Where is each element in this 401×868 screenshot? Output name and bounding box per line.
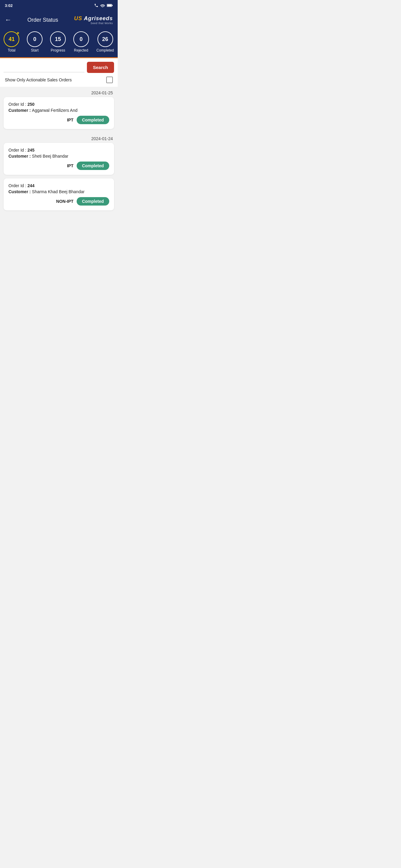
logo-name: Agriseeds: [84, 16, 113, 22]
order-type-250: IPT: [67, 118, 74, 122]
status-badge-245: Completed: [77, 161, 109, 170]
page-title: Order Status: [27, 17, 58, 23]
stat-total-label: Total: [8, 48, 16, 53]
logo: US Agriseeds Seed that Works: [74, 16, 113, 25]
order-card-244[interactable]: Order Id : 244 Customer : Sharma Khad Be…: [4, 179, 114, 210]
phone-icon: [94, 3, 98, 7]
order-type-245: IPT: [67, 163, 74, 168]
customer-245: Customer : Sheti Beej Bhandar: [8, 154, 109, 158]
svg-rect-1: [112, 5, 113, 6]
stat-completed-count: 26: [102, 36, 108, 42]
logo-tagline: Seed that Works: [90, 22, 113, 25]
stat-start-count: 0: [33, 36, 36, 42]
stat-rejected-circle: 0: [73, 31, 89, 47]
customer-244: Customer : Sharma Khad Beej Bhandar: [8, 189, 109, 194]
customer-250: Customer : Aggarwal Fertilizers And: [8, 108, 109, 113]
customer-label-244: Customer :: [8, 189, 32, 194]
logo-us: US: [74, 16, 82, 22]
battery-icon: [107, 4, 113, 7]
stat-progress[interactable]: 15 Progress: [50, 31, 66, 53]
stat-start[interactable]: 0 Start: [27, 31, 42, 53]
customer-label-245: Customer :: [8, 154, 32, 158]
order-id-244: Order Id : 244: [8, 183, 109, 188]
app-header: ← Order Status US Agriseeds Seed that Wo…: [0, 11, 118, 29]
orders-list: 2024-01-25 Order Id : 250 Customer : Agg…: [0, 87, 118, 210]
stat-completed-label: Completed: [96, 48, 114, 53]
order-type-244: NON-IPT: [56, 199, 74, 204]
logo-text: US Agriseeds: [74, 16, 113, 22]
stat-start-circle: 0: [27, 31, 42, 47]
stat-rejected[interactable]: 0 Rejected: [73, 31, 89, 53]
status-badge-244: Completed: [77, 197, 109, 206]
order-id-250: Order Id : 250: [8, 102, 109, 107]
customer-label: Customer :: [8, 108, 32, 113]
stat-progress-count: 15: [55, 36, 61, 42]
stat-start-label: Start: [31, 48, 39, 53]
stat-completed[interactable]: 26 Completed: [96, 31, 114, 53]
status-time: 3:02: [5, 3, 13, 8]
search-input[interactable]: [4, 62, 85, 72]
stat-total-circle: 41: [4, 31, 19, 47]
actionable-checkbox[interactable]: [106, 76, 113, 83]
status-badge-250: Completed: [77, 116, 109, 124]
search-row: Search: [4, 62, 114, 73]
stat-total[interactable]: 41 Total: [4, 31, 19, 53]
svg-rect-2: [107, 4, 111, 6]
order-card-250[interactable]: Order Id : 250 Customer : Aggarwal Ferti…: [4, 97, 114, 129]
search-section: Search Show Only Actionable Sales Orders: [0, 58, 118, 87]
filter-row: Show Only Actionable Sales Orders: [4, 73, 114, 87]
stat-completed-circle: 26: [97, 31, 113, 47]
date-header-2: 2024-01-24: [4, 133, 114, 143]
stat-total-count: 41: [8, 36, 15, 42]
stat-progress-circle: 15: [50, 31, 66, 47]
stat-rejected-count: 0: [80, 36, 83, 42]
order-id-value-250: 250: [27, 102, 34, 107]
status-icons: [94, 3, 113, 7]
order-footer-244: NON-IPT Completed: [8, 197, 109, 206]
status-bar: 3:02: [0, 0, 118, 11]
order-footer-250: IPT Completed: [8, 116, 109, 124]
filter-label: Show Only Actionable Sales Orders: [5, 78, 72, 82]
stat-rejected-label: Rejected: [74, 48, 88, 53]
order-footer-245: IPT Completed: [8, 161, 109, 170]
order-card-245[interactable]: Order Id : 245 Customer : Sheti Beej Bha…: [4, 143, 114, 175]
back-button[interactable]: ←: [5, 16, 11, 24]
stats-bar: 41 Total 0 Start 15 Progress 0 Rejected …: [0, 29, 118, 57]
order-id-value-244: 244: [27, 183, 34, 188]
order-id-value-245: 245: [27, 148, 34, 153]
wifi-icon: [100, 4, 105, 7]
date-header-1: 2024-01-25: [4, 87, 114, 97]
order-id-245: Order Id : 245: [8, 148, 109, 153]
search-button[interactable]: Search: [87, 62, 114, 73]
stat-progress-label: Progress: [51, 48, 65, 53]
